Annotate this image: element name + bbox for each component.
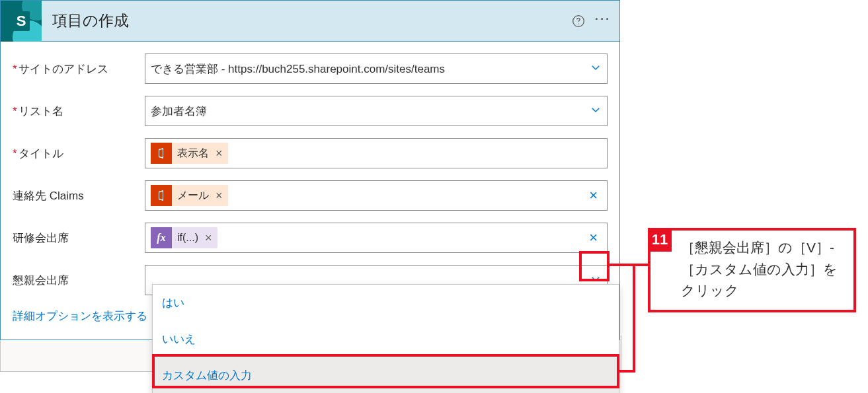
callout-text: ［懇親会出席］の［V］-［カスタム値の入力］をクリック — [681, 237, 844, 302]
token-mail[interactable]: メール × — [151, 185, 228, 206]
row-site-address: サイトのアドレス できる営業部 - https://buch255.sharep… — [13, 54, 608, 84]
training-input[interactable]: fx if(...) × × — [145, 223, 608, 253]
token-label: 表示名 — [177, 147, 209, 161]
card-title: 項目の作成 — [52, 11, 567, 31]
help-icon[interactable] — [567, 9, 590, 33]
fx-icon: fx — [151, 227, 172, 248]
office-icon — [151, 143, 172, 164]
label-title: タイトル — [13, 146, 145, 161]
dropdown-option-yes[interactable]: はい — [153, 285, 619, 321]
clear-field-icon[interactable]: × — [585, 229, 602, 246]
dropdown-option-no[interactable]: いいえ — [153, 321, 619, 357]
label-training: 研修会出席 — [13, 231, 145, 246]
party-dropdown-list: はい いいえ カスタム値の入力 — [152, 284, 619, 393]
dropdown-option-custom[interactable]: カスタム値の入力 — [153, 357, 619, 393]
token-label: メール — [177, 189, 209, 203]
title-input[interactable]: 表示名 × — [145, 138, 608, 168]
list-name-value: 参加者名簿 — [151, 104, 207, 119]
office-icon — [151, 185, 172, 206]
row-contact-claims: 連絡先 Claims メール × × — [13, 180, 608, 211]
callout-number: 11 — [648, 228, 672, 252]
site-address-select[interactable]: できる営業部 - https://buch255.sharepoint.com/… — [145, 54, 608, 84]
token-display-name[interactable]: 表示名 × — [151, 143, 228, 164]
row-title: タイトル 表示名 × — [13, 138, 608, 168]
card-header[interactable]: S 項目の作成 ··· — [1, 1, 619, 42]
list-name-select[interactable]: 参加者名簿 — [145, 96, 608, 126]
token-label: if(...) — [177, 232, 198, 244]
row-list-name: リスト名 参加者名簿 — [13, 96, 608, 126]
label-party: 懇親会出席 — [13, 273, 145, 288]
label-site-address: サイトのアドレス — [13, 61, 145, 77]
token-expression[interactable]: fx if(...) × — [151, 227, 217, 248]
annotation-connector — [633, 264, 635, 373]
label-list-name: リスト名 — [13, 104, 145, 119]
label-contact: 連絡先 Claims — [13, 188, 145, 203]
sharepoint-logo-icon: S — [1, 1, 42, 42]
svg-point-1 — [578, 23, 578, 24]
more-menu-icon[interactable]: ··· — [590, 9, 614, 33]
token-remove-icon[interactable]: × — [205, 231, 212, 245]
token-remove-icon[interactable]: × — [216, 189, 223, 203]
row-training: 研修会出席 fx if(...) × × — [13, 223, 608, 253]
annotation-connector — [610, 264, 648, 266]
site-address-value: できる営業部 - https://buch255.sharepoint.com/… — [151, 61, 445, 77]
chevron-down-icon[interactable] — [590, 61, 602, 77]
clear-field-icon[interactable]: × — [585, 187, 602, 204]
contact-input[interactable]: メール × × — [145, 180, 608, 211]
chevron-down-icon[interactable] — [590, 104, 602, 119]
instruction-callout: 11 ［懇親会出席］の［V］-［カスタム値の入力］をクリック — [648, 228, 856, 312]
token-remove-icon[interactable]: × — [216, 147, 223, 161]
